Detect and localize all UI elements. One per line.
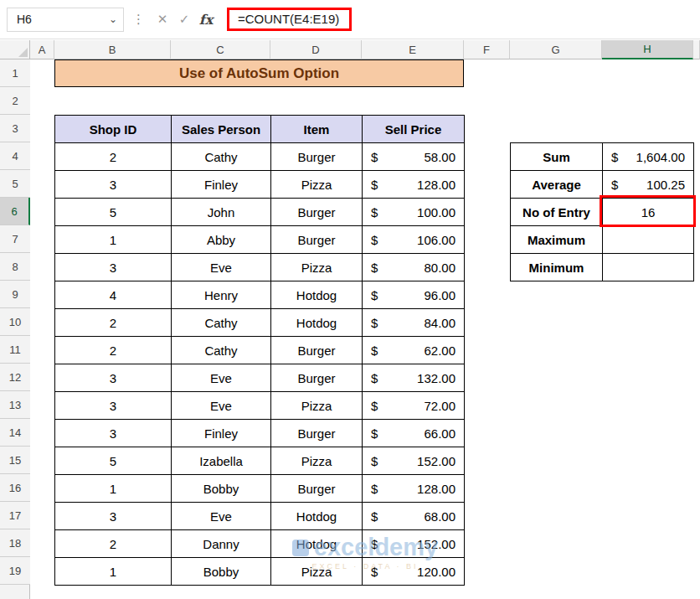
- row-header-17[interactable]: 17: [0, 502, 30, 529]
- row-header-9[interactable]: 9: [0, 281, 30, 308]
- table-cell-price[interactable]: $132.00: [363, 364, 465, 392]
- table-cell[interactable]: Burger: [271, 420, 363, 447]
- row-header-10[interactable]: 10: [0, 308, 30, 336]
- table-cell-price[interactable]: $100.00: [363, 199, 465, 226]
- insert-function-icon[interactable]: fx: [195, 12, 217, 28]
- table-cell[interactable]: Hotdog: [271, 503, 363, 530]
- table-cell[interactable]: 3: [55, 364, 172, 392]
- table-cell[interactable]: Pizza: [271, 254, 363, 281]
- table-cell[interactable]: 3: [55, 254, 172, 281]
- table-cell-price[interactable]: $62.00: [363, 337, 465, 364]
- table-cell[interactable]: 5: [55, 447, 172, 475]
- table-cell[interactable]: Bobby: [172, 475, 271, 503]
- row-header-1[interactable]: 1: [0, 59, 30, 87]
- summary-value-cell[interactable]: [603, 226, 694, 254]
- row-header-2[interactable]: 2: [0, 87, 30, 115]
- summary-value-cell[interactable]: $100.25: [603, 171, 694, 199]
- table-cell[interactable]: Burger: [271, 199, 363, 226]
- row-header-14[interactable]: 14: [0, 419, 30, 447]
- title-cell[interactable]: Use of AutoSum Option: [54, 59, 464, 87]
- table-cell[interactable]: Cathy: [172, 337, 271, 364]
- row-header-7[interactable]: 7: [0, 225, 30, 253]
- row-header-15[interactable]: 15: [0, 447, 30, 474]
- table-cell[interactable]: 4: [55, 281, 172, 309]
- table-cell[interactable]: 2: [55, 337, 172, 364]
- table-cell-price[interactable]: $96.00: [363, 281, 465, 309]
- formula-input-highlight[interactable]: =COUNT(E4:E19): [227, 8, 352, 31]
- table-cell[interactable]: Izabella: [172, 447, 271, 475]
- table-cell[interactable]: Hotdog: [271, 281, 363, 309]
- table-cell[interactable]: Burger: [271, 143, 363, 171]
- table-cell-price[interactable]: $72.00: [363, 392, 465, 420]
- row-header-11[interactable]: 11: [0, 336, 30, 364]
- enter-icon[interactable]: ✓: [173, 12, 195, 27]
- table-cell[interactable]: Abby: [172, 226, 271, 254]
- chevron-down-icon[interactable]: ⌄: [109, 13, 117, 25]
- table-cell[interactable]: 3: [55, 420, 172, 447]
- table-cell[interactable]: 5: [55, 199, 172, 226]
- row-header-16[interactable]: 16: [0, 474, 30, 502]
- table-cell[interactable]: Danny: [172, 530, 271, 558]
- column-header-a[interactable]: A: [30, 40, 54, 59]
- table-cell[interactable]: Pizza: [271, 171, 363, 199]
- table-cell[interactable]: Pizza: [271, 392, 363, 420]
- table-cell[interactable]: 2: [55, 530, 172, 558]
- row-header-12[interactable]: 12: [0, 364, 30, 391]
- table-cell-price[interactable]: $68.00: [363, 503, 465, 530]
- table-cell[interactable]: Finley: [172, 420, 271, 447]
- table-cell-price[interactable]: $58.00: [363, 143, 465, 171]
- table-cell[interactable]: Eve: [172, 254, 271, 281]
- table-cell[interactable]: Hotdog: [271, 309, 363, 337]
- table-cell[interactable]: Eve: [172, 392, 271, 420]
- summary-label-cell[interactable]: No of Entry: [511, 199, 603, 226]
- summary-label-cell[interactable]: Maximum: [511, 226, 603, 254]
- table-cell[interactable]: Eve: [172, 503, 271, 530]
- table-cell[interactable]: Pizza: [271, 558, 363, 586]
- summary-value-cell[interactable]: $1,604.00: [603, 143, 694, 171]
- table-cell-price[interactable]: $80.00: [363, 254, 465, 281]
- cancel-icon[interactable]: ✕: [152, 12, 173, 27]
- table-cell[interactable]: 3: [55, 503, 172, 530]
- column-header-g[interactable]: G: [510, 40, 602, 59]
- summary-label-cell[interactable]: Minimum: [511, 254, 603, 281]
- header-cell[interactable]: Sales Person: [172, 116, 271, 143]
- table-cell[interactable]: Burger: [271, 337, 363, 364]
- table-cell[interactable]: 3: [55, 171, 172, 199]
- column-header-h[interactable]: H: [602, 40, 693, 59]
- table-cell[interactable]: 1: [55, 475, 172, 503]
- table-cell-price[interactable]: $152.00: [363, 530, 465, 558]
- table-cell[interactable]: Pizza: [271, 447, 363, 475]
- select-all-corner[interactable]: [0, 40, 30, 59]
- summary-value-cell[interactable]: 16: [603, 199, 694, 226]
- table-cell[interactable]: Cathy: [172, 309, 271, 337]
- table-cell[interactable]: 1: [55, 226, 172, 254]
- column-header-f[interactable]: F: [464, 40, 510, 59]
- table-cell[interactable]: Hotdog: [271, 530, 363, 558]
- row-header-19[interactable]: 19: [0, 557, 30, 585]
- table-cell[interactable]: Burger: [271, 364, 363, 392]
- column-header-e[interactable]: E: [362, 40, 464, 59]
- table-cell-price[interactable]: $84.00: [363, 309, 465, 337]
- table-cell-price[interactable]: $152.00: [363, 447, 465, 475]
- name-box[interactable]: H6 ⌄: [7, 8, 124, 32]
- table-cell[interactable]: John: [172, 199, 271, 226]
- table-cell[interactable]: Eve: [172, 364, 271, 392]
- table-cell[interactable]: 2: [55, 143, 172, 171]
- table-cell[interactable]: Burger: [271, 226, 363, 254]
- table-cell[interactable]: Henry: [172, 281, 271, 309]
- row-header-13[interactable]: 13: [0, 391, 30, 419]
- table-cell[interactable]: Burger: [271, 475, 363, 503]
- table-cell[interactable]: Finley: [172, 171, 271, 199]
- table-cell[interactable]: Cathy: [172, 143, 271, 171]
- column-header-c[interactable]: C: [171, 40, 270, 59]
- column-header-b[interactable]: B: [54, 40, 171, 59]
- row-header-18[interactable]: 18: [0, 529, 30, 557]
- row-header-8[interactable]: 8: [0, 253, 30, 281]
- summary-label-cell[interactable]: Sum: [511, 143, 603, 171]
- table-cell[interactable]: Bobby: [172, 558, 271, 586]
- table-cell[interactable]: 1: [55, 558, 172, 586]
- table-cell-price[interactable]: $106.00: [363, 226, 465, 254]
- header-cell[interactable]: Item: [271, 116, 363, 143]
- column-header-d[interactable]: D: [270, 40, 362, 59]
- table-cell[interactable]: 3: [55, 392, 172, 420]
